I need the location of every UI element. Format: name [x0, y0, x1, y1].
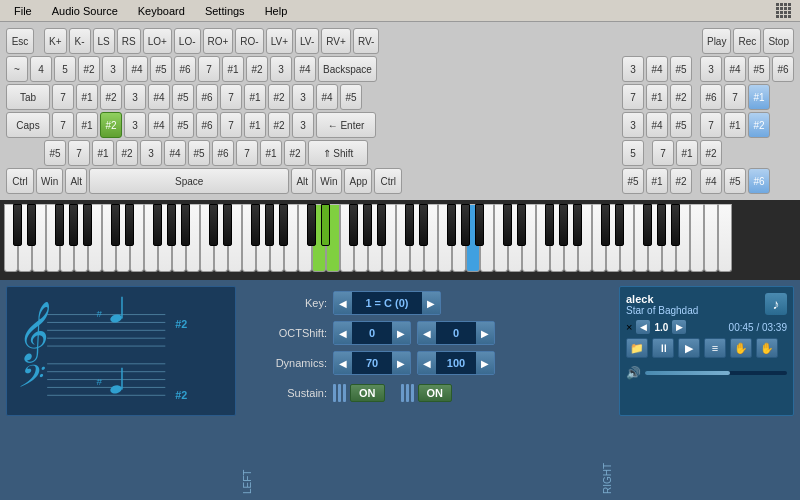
- dynamics-right-arrow-left[interactable]: ◀: [418, 352, 436, 374]
- rr5k2[interactable]: #1: [646, 168, 668, 194]
- play-button[interactable]: Play: [702, 28, 731, 54]
- r3k7[interactable]: #6: [196, 112, 218, 138]
- r2k6[interactable]: #5: [172, 84, 194, 110]
- player-folder-btn[interactable]: 📁: [626, 338, 648, 358]
- enter-key[interactable]: ← Enter: [316, 112, 376, 138]
- r1k11[interactable]: 3: [270, 56, 292, 82]
- r2k7[interactable]: #6: [196, 84, 218, 110]
- stop-button[interactable]: Stop: [763, 28, 794, 54]
- r4k4[interactable]: #2: [116, 140, 138, 166]
- r1k1[interactable]: 4: [30, 56, 52, 82]
- r2k1[interactable]: 7: [52, 84, 74, 110]
- dynamics-left-arrow-left[interactable]: ◀: [334, 352, 352, 374]
- ro-minus-key[interactable]: RO-: [235, 28, 263, 54]
- ctrl2-key[interactable]: Ctrl: [374, 168, 402, 194]
- r4k1[interactable]: #5: [44, 140, 66, 166]
- r3k9[interactable]: #1: [244, 112, 266, 138]
- rec-button[interactable]: Rec: [733, 28, 761, 54]
- rr1k5[interactable]: #4: [724, 56, 746, 82]
- player-hand-orange-btn[interactable]: ✋: [756, 338, 778, 358]
- ro-plus-key[interactable]: RO+: [203, 28, 234, 54]
- shift-key[interactable]: ⇑ Shift: [308, 140, 368, 166]
- r3k5[interactable]: #4: [148, 112, 170, 138]
- rr3k4[interactable]: 7: [700, 112, 722, 138]
- speed-arrow-right[interactable]: ▶: [672, 320, 686, 334]
- player-play-btn[interactable]: ▶: [678, 338, 700, 358]
- r4k2[interactable]: 7: [68, 140, 90, 166]
- alt-key[interactable]: Alt: [65, 168, 87, 194]
- app-key[interactable]: App: [344, 168, 372, 194]
- r4k5[interactable]: 3: [140, 140, 162, 166]
- player-hand-blue-btn[interactable]: ✋: [730, 338, 752, 358]
- r1k12[interactable]: #4: [294, 56, 316, 82]
- rr1k1[interactable]: 3: [622, 56, 644, 82]
- grid-icon[interactable]: [776, 3, 792, 19]
- rr5k6[interactable]: #6: [748, 168, 770, 194]
- r1k5[interactable]: #4: [126, 56, 148, 82]
- menu-audio-source[interactable]: Audio Source: [42, 3, 128, 19]
- rv-plus-key[interactable]: RV+: [321, 28, 351, 54]
- r2k10[interactable]: #2: [268, 84, 290, 110]
- rr1k4[interactable]: 3: [700, 56, 722, 82]
- volume-slider[interactable]: [645, 371, 787, 375]
- r3k8[interactable]: 7: [220, 112, 242, 138]
- rr1k6[interactable]: #5: [748, 56, 770, 82]
- esc-key[interactable]: Esc: [6, 28, 34, 54]
- player-pause-btn[interactable]: ⏸: [652, 338, 674, 358]
- rv-minus-key[interactable]: RV-: [353, 28, 380, 54]
- lv-plus-key[interactable]: LV+: [266, 28, 293, 54]
- r3k4[interactable]: 3: [124, 112, 146, 138]
- space-key[interactable]: Space: [89, 168, 289, 194]
- rr1k7[interactable]: #6: [772, 56, 794, 82]
- r2k11[interactable]: 3: [292, 84, 314, 110]
- rr1k3[interactable]: #5: [670, 56, 692, 82]
- r3k10[interactable]: #2: [268, 112, 290, 138]
- rr5k1[interactable]: #5: [622, 168, 644, 194]
- win-key[interactable]: Win: [36, 168, 63, 194]
- rr4k1[interactable]: 5: [622, 140, 644, 166]
- r3k6[interactable]: #5: [172, 112, 194, 138]
- r1k7[interactable]: #6: [174, 56, 196, 82]
- r1k4[interactable]: 3: [102, 56, 124, 82]
- r4k8[interactable]: #6: [212, 140, 234, 166]
- menu-settings[interactable]: Settings: [195, 3, 255, 19]
- r2k5[interactable]: #4: [148, 84, 170, 110]
- ls-key[interactable]: LS: [93, 28, 115, 54]
- r2k9[interactable]: #1: [244, 84, 266, 110]
- rr3k5[interactable]: #1: [724, 112, 746, 138]
- r3k3[interactable]: #2: [100, 112, 122, 138]
- octshift-right-arrow-right[interactable]: ▶: [476, 322, 494, 344]
- rr2k2[interactable]: #1: [646, 84, 668, 110]
- menu-help[interactable]: Help: [255, 3, 298, 19]
- r2k2[interactable]: #1: [76, 84, 98, 110]
- caps-key[interactable]: Caps: [6, 112, 50, 138]
- rr5k4[interactable]: #4: [700, 168, 722, 194]
- rr2k6[interactable]: #1: [748, 84, 770, 110]
- rr1k2[interactable]: #4: [646, 56, 668, 82]
- rr4k2[interactable]: 7: [652, 140, 674, 166]
- rr5k3[interactable]: #2: [670, 168, 692, 194]
- r2k3[interactable]: #2: [100, 84, 122, 110]
- rr2k4[interactable]: #6: [700, 84, 722, 110]
- player-music-icon[interactable]: ♪: [765, 293, 787, 315]
- octshift-left-arrow-right[interactable]: ▶: [392, 322, 410, 344]
- backspace-key[interactable]: Backspace: [318, 56, 377, 82]
- r1k6[interactable]: #5: [150, 56, 172, 82]
- r4k6[interactable]: #4: [164, 140, 186, 166]
- rr2k1[interactable]: 7: [622, 84, 644, 110]
- menu-keyboard[interactable]: Keyboard: [128, 3, 195, 19]
- r3k1[interactable]: 7: [52, 112, 74, 138]
- rr3k2[interactable]: #4: [646, 112, 668, 138]
- r1k9[interactable]: #1: [222, 56, 244, 82]
- rr4k3[interactable]: #1: [676, 140, 698, 166]
- k-minus-key[interactable]: K-: [69, 28, 91, 54]
- win2-key[interactable]: Win: [315, 168, 342, 194]
- r4k7[interactable]: #5: [188, 140, 210, 166]
- sustain-left-on[interactable]: ON: [350, 384, 385, 402]
- rr3k3[interactable]: #5: [670, 112, 692, 138]
- ctrl-key[interactable]: Ctrl: [6, 168, 34, 194]
- r3k11[interactable]: 3: [292, 112, 314, 138]
- r4k11[interactable]: #2: [284, 140, 306, 166]
- rr2k3[interactable]: #2: [670, 84, 692, 110]
- alt2-key[interactable]: Alt: [291, 168, 313, 194]
